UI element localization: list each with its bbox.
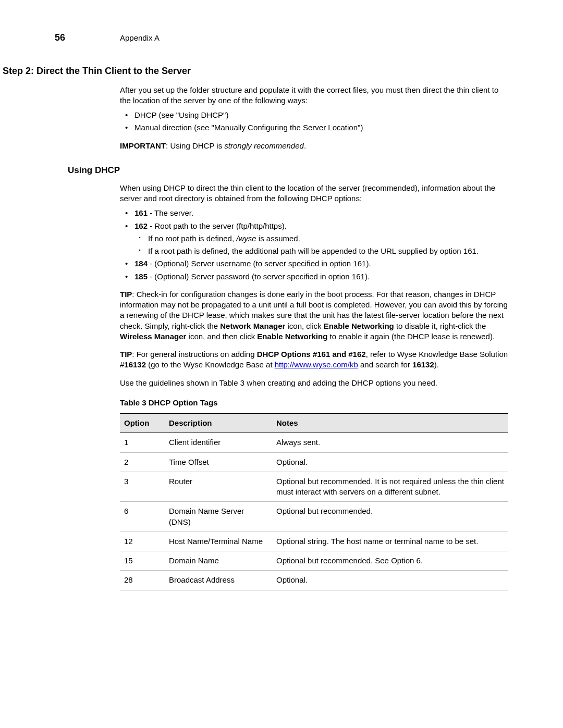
option-number: 161 (134, 208, 148, 217)
page-header: 56 Appendix A (55, 31, 508, 44)
cell-description: Host Name/Terminal Name (165, 532, 272, 551)
step2-methods-list: DHCP (see "Using DHCP") Manual direction… (120, 110, 508, 133)
using-dhcp-heading: Using DHCP (68, 165, 508, 177)
table-row: 2Time OffsetOptional. (120, 452, 508, 472)
tip-1: TIP: Check-in for configuration changes … (120, 289, 508, 342)
text: : Using DHCP is (166, 141, 224, 150)
tip-label: TIP (120, 350, 132, 359)
text: (go to the Wyse Knowledge Base at (146, 360, 275, 369)
step2-intro: After you set up the folder structure an… (120, 85, 508, 106)
ui-term: Wireless Manager (120, 332, 186, 341)
header-section-label: Appendix A (120, 33, 160, 43)
table-caption: Table 3 DHCP Option Tags (120, 398, 508, 408)
using-dhcp-intro: When using DHCP to direct the thin clien… (120, 183, 508, 204)
cell-option: 12 (120, 532, 165, 551)
list-item: 161 - The server. (120, 208, 508, 218)
text: - (Optional) Server password (to server … (148, 272, 370, 281)
table-row: 6Domain Name Server (DNS)Optional but re… (120, 502, 508, 532)
option-number: 162 (134, 221, 148, 230)
table-row: 28Broadcast AddressOptional. (120, 571, 508, 590)
text: . (304, 141, 306, 150)
table-row: 1Client identifierAlways sent. (120, 433, 508, 452)
col-header-description: Description (165, 414, 272, 433)
kb-number: 16132 (412, 360, 434, 369)
cell-description: Domain Name Server (DNS) (165, 502, 272, 532)
cell-notes: Optional but recommended. It is not requ… (272, 472, 508, 502)
ui-term: DHCP Options #161 and #162 (257, 350, 366, 359)
table-row: 12Host Name/Terminal NameOptional string… (120, 532, 508, 551)
guidelines-text: Use the guidelines shown in Table 3 when… (120, 378, 508, 388)
cell-option: 6 (120, 502, 165, 532)
table-row: 3RouterOptional but recommended. It is n… (120, 472, 508, 502)
cell-option: 3 (120, 472, 165, 502)
step2-heading: Step 2: Direct the Thin Client to the Se… (3, 65, 508, 77)
cell-notes: Optional but recommended. (272, 502, 508, 532)
list-item: 185 - (Optional) Server password (to ser… (120, 272, 508, 282)
cell-option: 28 (120, 571, 165, 590)
dhcp-options-list: 161 - The server. 162 - Root path to the… (120, 208, 508, 282)
cell-option: 15 (120, 551, 165, 571)
cell-option: 2 (120, 452, 165, 472)
table-header-row: Option Description Notes (120, 414, 508, 433)
cell-description: Broadcast Address (165, 571, 272, 590)
cell-option: 1 (120, 433, 165, 452)
path-emphasis: /wyse (236, 234, 256, 243)
ui-term: Enable Networking (257, 332, 327, 341)
list-item: 162 - Root path to the server (ftp/http/… (120, 221, 508, 257)
important-emphasis: strongly recommended (224, 141, 304, 150)
text: icon, and then click (186, 332, 257, 341)
option-number: 185 (134, 272, 148, 281)
cell-notes: Optional. (272, 571, 508, 590)
tip-2: TIP: For general instructions on adding … (120, 349, 508, 371)
cell-description: Time Offset (165, 452, 272, 472)
important-note: IMPORTANT: Using DHCP is strongly recomm… (120, 141, 508, 151)
text: and search for (358, 360, 412, 369)
text: If no root path is defined, (148, 234, 236, 243)
text: is assumed. (256, 234, 300, 243)
sub-list: If no root path is defined, /wyse is ass… (134, 233, 508, 257)
text: - Root path to the server (ftp/http/http… (148, 221, 287, 230)
cell-notes: Optional. (272, 452, 508, 472)
page-number: 56 (55, 31, 120, 44)
text: : For general instructions on adding (132, 350, 256, 359)
list-item: 184 - (Optional) Server username (to ser… (120, 258, 508, 269)
list-item: If a root path is defined, the additiona… (134, 246, 508, 256)
cell-description: Domain Name (165, 551, 272, 571)
ui-term: Enable Networking (324, 322, 394, 330)
col-header-notes: Notes (272, 414, 508, 433)
list-item: DHCP (see "Using DHCP") (120, 110, 508, 120)
option-number: 184 (134, 259, 148, 268)
cell-description: Client identifier (165, 433, 272, 452)
text: - (Optional) Server username (to server … (148, 259, 371, 268)
text: - The server. (148, 208, 193, 217)
cell-description: Router (165, 472, 272, 502)
dhcp-options-table: Option Description Notes 1Client identif… (120, 413, 508, 590)
cell-notes: Optional but recommended. See Option 6. (272, 551, 508, 571)
text: to enable it again (the DHCP lease is re… (327, 332, 495, 341)
list-item: Manual direction (see "Manually Configur… (120, 122, 508, 133)
text: icon, click (285, 322, 323, 330)
kb-number: 16132 (124, 360, 146, 369)
ui-term: Network Manager (220, 322, 285, 330)
kb-link[interactable]: http://www.wyse.com/kb (275, 360, 358, 369)
important-label: IMPORTANT (120, 141, 166, 150)
text: ). (434, 360, 439, 369)
col-header-option: Option (120, 414, 165, 433)
list-item: If no root path is defined, /wyse is ass… (134, 233, 508, 244)
text: to disable it, right-click the (394, 322, 486, 330)
content-body: After you set up the folder structure an… (120, 85, 508, 590)
cell-notes: Optional string. The host name or termin… (272, 532, 508, 551)
cell-notes: Always sent. (272, 433, 508, 452)
tip-label: TIP (120, 290, 132, 299)
table-row: 15Domain NameOptional but recommended. S… (120, 551, 508, 571)
